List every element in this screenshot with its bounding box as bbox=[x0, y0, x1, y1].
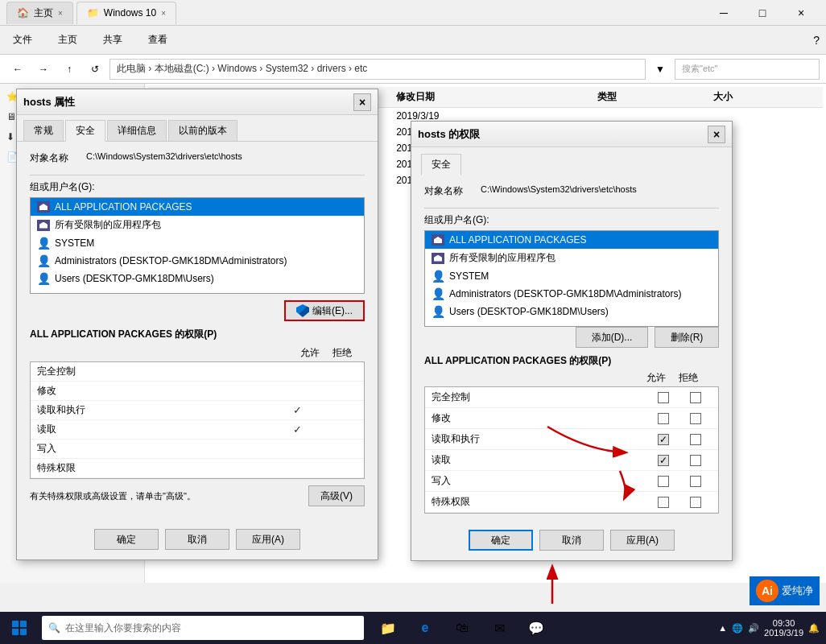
address-box[interactable]: 此电脑 › 本地磁盘(C:) › Windows › System32 › dr… bbox=[109, 59, 646, 80]
forward-button[interactable]: → bbox=[32, 58, 55, 80]
dialog2-tab-security[interactable]: 安全 bbox=[421, 154, 461, 175]
maximize-button[interactable]: □ bbox=[744, 2, 781, 24]
window-controls: ─ □ × bbox=[705, 2, 820, 24]
checkbox-read-allow[interactable]: ✓ bbox=[658, 455, 669, 466]
clock-time: 09:30 bbox=[764, 618, 803, 628]
user-item-allpackages[interactable]: ALL APPLICATION PACKAGES bbox=[31, 198, 364, 216]
notification-icon[interactable]: 🔔 bbox=[808, 623, 820, 634]
dialog1-ok[interactable]: 确定 bbox=[94, 529, 159, 550]
dialog1-perm-title: ALL APPLICATION PACKAGES 的权限(P) bbox=[30, 328, 365, 341]
checkbox-special-deny[interactable] bbox=[690, 497, 701, 508]
tab-details[interactable]: 详细信息 bbox=[107, 120, 167, 141]
checkbox-full-deny[interactable] bbox=[690, 392, 701, 403]
ribbon-share[interactable]: 共享 bbox=[97, 30, 129, 50]
remove-button[interactable]: 删除(R) bbox=[655, 327, 719, 348]
dialog2-cancel[interactable]: 取消 bbox=[539, 530, 604, 551]
dialog1-apply[interactable]: 应用(A) bbox=[236, 529, 300, 550]
checkbox-execute-allow[interactable]: ✓ bbox=[658, 434, 669, 445]
tab-windows10[interactable]: 📁 Windows 10 × bbox=[76, 2, 176, 24]
search-box[interactable]: 搜索"etc" bbox=[675, 59, 820, 80]
col-size[interactable]: 大小 bbox=[707, 87, 823, 108]
taskbar-app-chat[interactable]: 💬 bbox=[518, 612, 554, 644]
home-icon: 🏠 bbox=[17, 7, 29, 19]
col-type[interactable]: 类型 bbox=[591, 87, 707, 108]
d2-user-users[interactable]: 👤 Users (DESKTOP-GMK18DM\Users) bbox=[425, 303, 718, 320]
dialog1-user-list[interactable]: ALL APPLICATION PACKAGES 所有受限制的应用程序包 👤 S… bbox=[30, 197, 365, 294]
tab-home-close[interactable]: × bbox=[58, 9, 63, 18]
taskbar-app-explorer[interactable]: 📁 bbox=[370, 612, 406, 644]
user-item-admins[interactable]: 👤 Administrators (DESKTOP-GMK18DM\Admini… bbox=[31, 252, 364, 270]
checkbox-write-deny[interactable] bbox=[690, 476, 701, 487]
ribbon-home[interactable]: 主页 bbox=[52, 30, 84, 50]
d2-user-admins[interactable]: 👤 Administrators (DESKTOP-GMK18DM\Admini… bbox=[425, 285, 718, 303]
tab-home[interactable]: 🏠 主页 × bbox=[6, 2, 73, 24]
dialog2-user-list[interactable]: ALL APPLICATION PACKAGES 所有受限制的应用程序包 👤 S… bbox=[424, 230, 719, 327]
checkbox-modify-allow[interactable] bbox=[658, 413, 669, 424]
d2-user-name: SYSTEM bbox=[449, 270, 489, 282]
taskbar-app-edge[interactable]: e bbox=[407, 612, 443, 644]
dialog-hosts-properties: hosts 属性 × 常规 安全 详细信息 以前的版本 对象名称 C:\Wind… bbox=[16, 89, 378, 560]
dialog1-object-label: 对象名称 bbox=[30, 151, 86, 165]
add-button[interactable]: 添加(D)... bbox=[576, 327, 648, 348]
dialog1-perm-table: 完全控制 修改 读取和执行 ✓ 读取 ✓ 写入 bbox=[30, 361, 365, 479]
dialog1-tabs: 常规 安全 详细信息 以前的版本 bbox=[17, 115, 378, 142]
d2-user-restricted[interactable]: 所有受限制的应用程序包 bbox=[425, 249, 718, 267]
watermark-ai-label: Ai bbox=[762, 584, 773, 597]
taskbar-clock[interactable]: 09:30 2019/3/19 bbox=[764, 618, 803, 638]
volume-icon[interactable]: 🔊 bbox=[748, 623, 759, 634]
close-button[interactable]: × bbox=[783, 2, 820, 24]
minimize-button[interactable]: ─ bbox=[705, 2, 742, 24]
dialog2-apply[interactable]: 应用(A) bbox=[610, 530, 675, 551]
checkbox-full-allow[interactable] bbox=[658, 392, 669, 403]
d2-user-system[interactable]: 👤 SYSTEM bbox=[425, 267, 718, 285]
tab-general[interactable]: 常规 bbox=[23, 120, 64, 141]
allow-header: 允许 bbox=[294, 346, 326, 360]
d2-user-allpackages[interactable]: ALL APPLICATION PACKAGES bbox=[425, 231, 718, 249]
tab-security[interactable]: 安全 bbox=[65, 120, 105, 142]
col-date[interactable]: 修改日期 bbox=[390, 87, 591, 108]
tab-windows10-close[interactable]: × bbox=[161, 9, 166, 18]
d2-perm-read: 读取 ✓ bbox=[425, 450, 718, 471]
watermark-logo: Ai bbox=[756, 580, 779, 602]
dialog2-ok[interactable]: 确定 bbox=[469, 530, 533, 551]
checkbox-write-allow[interactable] bbox=[658, 476, 669, 487]
tab-home-label: 主页 bbox=[34, 6, 53, 20]
perm-row-write: 写入 bbox=[31, 440, 364, 459]
ribbon-help[interactable]: ? bbox=[813, 34, 820, 47]
ribbon-file[interactable]: 文件 bbox=[6, 30, 39, 50]
user-item-system[interactable]: 👤 SYSTEM bbox=[31, 234, 364, 252]
taskbar-search-placeholder: 在这里输入你要搜索的内容 bbox=[65, 621, 181, 635]
checkbox-special-allow[interactable] bbox=[658, 497, 669, 508]
dialog2-close[interactable]: × bbox=[708, 126, 725, 143]
checkbox-read-deny[interactable] bbox=[690, 455, 701, 466]
d2-perm-header: 允许 拒绝 bbox=[424, 369, 719, 386]
address-go[interactable]: ▼ bbox=[649, 58, 671, 80]
start-button[interactable] bbox=[0, 612, 39, 644]
dialog1-close[interactable]: × bbox=[353, 93, 371, 111]
user-item-users[interactable]: 👤 Users (DESKTOP-GMK18DM\Users) bbox=[31, 270, 364, 287]
advanced-button[interactable]: 高级(V) bbox=[308, 485, 365, 506]
dialog2-perm-table[interactable]: 完全控制 修改 读取和执行 ✓ 读取 ✓ 写入 bbox=[424, 386, 719, 514]
user-item-restricted[interactable]: 所有受限制的应用程序包 bbox=[31, 216, 364, 234]
edit-button[interactable]: 编辑(E)... bbox=[284, 300, 365, 321]
taskbar-app-mail[interactable]: ✉ bbox=[481, 612, 517, 644]
network-icon: 🌐 bbox=[732, 623, 743, 634]
tab-previous[interactable]: 以前的版本 bbox=[168, 120, 237, 141]
ribbon-view[interactable]: 查看 bbox=[142, 30, 174, 50]
search-icon: 🔍 bbox=[48, 622, 60, 634]
dialog2-tab-row: 安全 bbox=[411, 147, 732, 175]
checkbox-execute-deny[interactable] bbox=[690, 434, 701, 445]
dialog1-cancel[interactable]: 取消 bbox=[165, 529, 229, 550]
tray-expand[interactable]: ▲ bbox=[718, 623, 727, 633]
back-button[interactable]: ← bbox=[6, 58, 29, 80]
taskbar-search[interactable]: 🔍 在这里输入你要搜索的内容 bbox=[42, 616, 364, 640]
taskbar-tray: ▲ 🌐 🔊 09:30 2019/3/19 🔔 bbox=[718, 618, 826, 638]
up-button[interactable]: ↑ bbox=[58, 58, 81, 80]
taskbar-app-store[interactable]: 🛍 bbox=[444, 612, 480, 644]
refresh-button[interactable]: ↺ bbox=[84, 58, 106, 80]
user-name: SYSTEM bbox=[55, 237, 94, 249]
dialog1-body: 对象名称 C:\Windows\System32\drivers\etc\hos… bbox=[17, 142, 378, 522]
checkbox-modify-deny[interactable] bbox=[690, 413, 701, 424]
taskbar: 🔍 在这里输入你要搜索的内容 📁 e 🛍 ✉ 💬 ▲ 🌐 🔊 09:30 201… bbox=[0, 612, 826, 644]
dialog2-titlebar: hosts 的权限 × bbox=[411, 122, 732, 147]
